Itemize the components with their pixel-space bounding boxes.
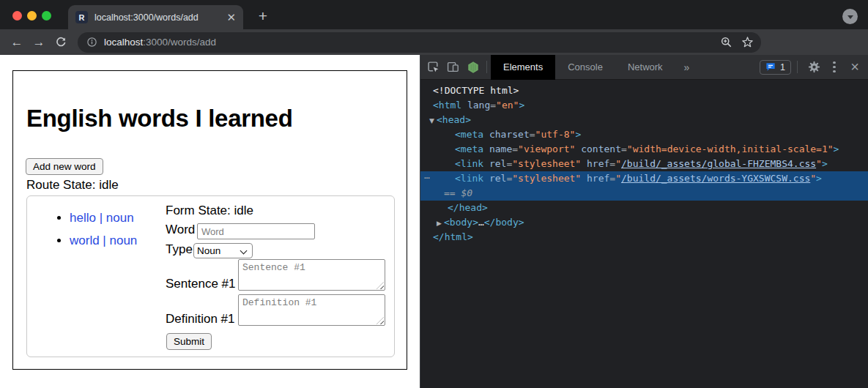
elements-tree: <!DOCTYPE html><html lang="en">▼<head><m… (420, 81, 868, 388)
toolbar-divider (797, 61, 798, 73)
node-menu-icon[interactable]: … (424, 168, 431, 183)
window-minimize-button[interactable] (27, 11, 37, 20)
url-host: localhost (104, 37, 143, 48)
browser-tab[interactable]: R localhost:3000/words/add ✕ (68, 5, 243, 29)
window-maximize-button[interactable] (42, 11, 51, 20)
dom-tree-line[interactable]: ▶<body>…</body> (420, 215, 868, 230)
devtools-menu-button[interactable] (824, 55, 845, 80)
dom-tree-line[interactable]: <meta name="viewport" content="width=dev… (420, 142, 868, 157)
page-content: English words I learned Add new word Rou… (0, 55, 420, 388)
new-tab-button[interactable]: + (253, 6, 273, 26)
window-close-button[interactable] (12, 11, 22, 20)
words-panel: hello | noun world | noun Form State: id… (26, 195, 395, 357)
device-toolbar-icon (447, 61, 459, 73)
list-item: world | noun (70, 234, 137, 248)
tab-title: localhost:3000/words/add (94, 12, 222, 23)
word-link-hello[interactable]: hello | noun (70, 211, 134, 225)
tab-console[interactable]: Console (555, 55, 615, 80)
devtools-settings-button[interactable] (804, 55, 824, 80)
tab-network[interactable]: Network (615, 55, 675, 80)
window-chevron-button[interactable] (842, 9, 858, 24)
remix-favicon-icon: R (75, 11, 88, 23)
device-toolbar-button[interactable] (443, 55, 463, 80)
page-title: English words I learned (26, 105, 293, 133)
reload-button[interactable] (50, 37, 72, 48)
list-item: hello | noun (70, 211, 137, 225)
inspect-cursor-icon (427, 61, 439, 73)
back-button[interactable]: ← (6, 35, 28, 50)
type-field-label: Type (166, 242, 193, 257)
sentence-field-label: Sentence #1 (166, 277, 235, 291)
issues-button[interactable]: 1 (760, 60, 791, 75)
tab-elements[interactable]: Elements (491, 55, 555, 80)
dom-tree-line[interactable]: …<link rel="stylesheet" href="/build/_as… (420, 171, 868, 186)
forward-button[interactable]: → (28, 35, 50, 50)
address-bar[interactable]: localhost:3000/words/add (78, 32, 761, 53)
devtools-toolbar: Elements Console Network » 1 × (420, 55, 868, 80)
definition-field-label: Definition #1 (166, 312, 235, 327)
browser-titlebar: R localhost:3000/words/add ✕ + (0, 0, 868, 29)
gear-icon (808, 61, 820, 73)
url-text[interactable]: localhost:3000/words/add (104, 37, 711, 48)
node-devtools-button[interactable] (463, 55, 483, 80)
devtools-panel: Elements Console Network » 1 × <!DOCTYPE… (420, 55, 868, 388)
node-hexagon-icon (467, 61, 480, 74)
url-path: :3000/words/add (143, 37, 216, 48)
zoom-button[interactable] (720, 36, 732, 48)
word-link-world[interactable]: world | noun (70, 234, 137, 247)
definition-textarea[interactable] (238, 294, 385, 326)
reload-icon (55, 37, 67, 48)
dom-tree-line[interactable]: == $0 (420, 186, 868, 201)
word-field-label: Word (166, 223, 195, 237)
word-list: hello | noun world | noun (52, 211, 137, 256)
word-input[interactable] (197, 223, 315, 239)
dom-tree-line[interactable]: </head> (420, 201, 868, 215)
issues-count: 1 (780, 62, 785, 72)
route-state-text: Route State: idle (26, 178, 119, 193)
issues-bubble-icon (765, 62, 776, 72)
dom-tree-line[interactable]: <link rel="stylesheet" href="/build/_ass… (420, 157, 868, 171)
type-select[interactable]: Noun (193, 243, 253, 258)
disclosure-arrow-icon[interactable]: ▼ (429, 113, 437, 128)
dom-tree-line[interactable]: <html lang="en"> (420, 98, 868, 113)
disclosure-arrow-icon[interactable]: ▶ (437, 216, 444, 231)
sentence-textarea[interactable] (238, 259, 385, 291)
dom-tree-line[interactable]: ▼<head> (420, 113, 868, 127)
dom-tree-line[interactable]: <meta charset="utf-8"> (420, 127, 868, 142)
tab-close-icon[interactable]: ✕ (226, 11, 236, 24)
zoom-magnifier-icon (720, 36, 732, 48)
inspect-element-button[interactable] (423, 55, 443, 80)
submit-button[interactable]: Submit (166, 333, 212, 350)
toolbar-divider (486, 61, 487, 73)
chevron-down-icon (847, 15, 853, 19)
add-new-word-button[interactable]: Add new word (26, 158, 103, 175)
star-icon (741, 36, 754, 48)
dom-tree-line[interactable]: <!DOCTYPE html> (420, 83, 868, 98)
type-select-wrap: Noun (193, 243, 253, 258)
dom-tree-line[interactable]: </html> (420, 230, 868, 245)
devtools-close-button[interactable]: × (845, 55, 865, 80)
screenshot-root: { "browser": { "tab": { "title": "localh… (0, 0, 868, 388)
more-tabs-button[interactable]: » (675, 61, 699, 73)
site-info-icon[interactable] (86, 37, 97, 48)
app-container: English words I learned Add new word Rou… (12, 70, 407, 370)
form-state-text: Form State: idle (166, 204, 253, 218)
browser-toolbar: ← → localhost:3000/words/add Incognito (0, 29, 868, 55)
bookmark-button[interactable] (741, 36, 754, 48)
